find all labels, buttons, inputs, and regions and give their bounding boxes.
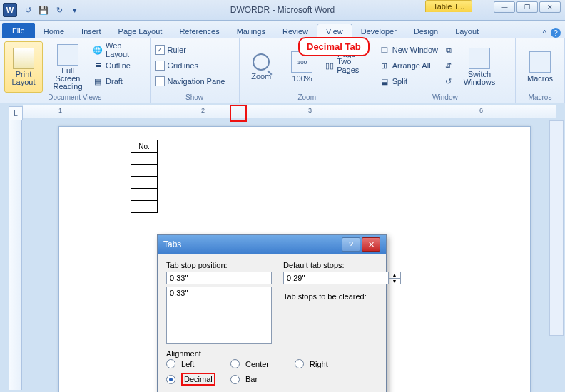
tab-references[interactable]: References — [170, 24, 228, 38]
tab-page-layout[interactable]: Page Layout — [110, 24, 171, 38]
dialog-body: Tab stop position: 0.33" Default tab sto… — [158, 254, 386, 392]
new-window-button[interactable]: ❏New Window — [380, 43, 438, 57]
table-cell[interactable] — [131, 177, 158, 189]
group-show: ✓Ruler Gridlines Navigation Pane Show — [151, 38, 240, 103]
dialog-close-button[interactable]: ✕ — [362, 237, 380, 252]
list-item[interactable]: 0.33" — [170, 289, 188, 297]
close-window-button[interactable]: ✕ — [539, 1, 561, 13]
switch-windows-button[interactable]: Switch Windows — [459, 41, 499, 93]
hundred-label: 100% — [292, 74, 312, 83]
default-tab-stops-label: Default tab stops: — [283, 261, 401, 269]
tab-file[interactable]: File — [2, 23, 35, 38]
document-table[interactable]: No. — [131, 140, 158, 213]
tab-developer[interactable]: Developer — [352, 24, 405, 38]
split-icon: ⬓ — [380, 76, 390, 86]
alignment-center-radio[interactable]: Center — [230, 359, 295, 368]
default-tab-stops-input[interactable] — [283, 272, 389, 284]
tab-selector-button[interactable]: L — [9, 106, 23, 120]
maximize-button[interactable]: ❐ — [516, 1, 538, 13]
view-sidebyside-button[interactable]: ⧉ — [444, 43, 454, 57]
callout-decimal-tab: Decimal Tab — [298, 37, 370, 56]
tab-layout[interactable]: Layout — [447, 24, 487, 38]
group-label-window: Window — [375, 93, 515, 101]
sync-scroll-button[interactable]: ⇵ — [444, 58, 454, 73]
help-icon[interactable]: ? — [551, 28, 561, 38]
web-layout-label: Web Layout — [106, 41, 145, 58]
dialog-help-button[interactable]: ? — [342, 237, 360, 252]
arrange-icon: ⊞ — [380, 61, 390, 71]
window-title: DWORDR - Microsoft Word — [0, 5, 565, 15]
minimize-ribbon-icon[interactable]: ^ — [543, 29, 546, 37]
arrange-all-label: Arrange All — [392, 61, 431, 70]
zoom-button[interactable]: Zoom — [244, 41, 279, 93]
alignment-section-label: Alignment — [166, 349, 377, 358]
table-cell[interactable] — [131, 165, 158, 177]
checkbox-icon — [155, 61, 165, 71]
qat-customize-icon[interactable]: ▾ — [68, 4, 81, 16]
outline-button[interactable]: ≣Outline — [93, 58, 145, 73]
zoom-label: Zoom — [251, 72, 271, 81]
web-layout-button[interactable]: 🌐Web Layout — [93, 43, 145, 57]
tab-view[interactable]: View — [317, 24, 352, 38]
tab-home[interactable]: Home — [35, 24, 73, 38]
nav-pane-checkbox[interactable]: Navigation Pane — [155, 74, 235, 88]
draft-button[interactable]: ▤Draft — [93, 74, 145, 88]
qat-redo-icon[interactable]: ↻ — [53, 4, 66, 16]
group-document-views: Print Layout Full Screen Reading 🌐Web La… — [0, 38, 151, 103]
ruler-checkbox[interactable]: ✓Ruler — [155, 43, 235, 57]
radio-icon — [295, 359, 304, 368]
ribbon: Print Layout Full Screen Reading 🌐Web La… — [0, 38, 565, 103]
radio-icon — [166, 375, 175, 384]
qat-undo-icon[interactable]: ↺ — [21, 4, 34, 16]
tab-insert[interactable]: Insert — [73, 24, 110, 38]
tab-stop-position-label: Tab stop position: — [166, 261, 272, 269]
ribbon-help-area: ^ ? — [543, 28, 561, 38]
qat-save-icon[interactable]: 💾 — [37, 4, 50, 16]
split-label: Split — [392, 77, 407, 86]
nav-pane-label: Navigation Pane — [168, 77, 225, 86]
reset-icon: ↺ — [444, 76, 454, 86]
print-layout-label: Print Layout — [6, 71, 41, 86]
macros-icon — [529, 51, 551, 73]
alignment-decimal-radio[interactable]: Decimal — [166, 373, 230, 386]
full-screen-label: Full Screen Reading — [51, 67, 85, 91]
print-layout-button[interactable]: Print Layout — [4, 41, 43, 93]
macros-button[interactable]: Macros — [520, 41, 560, 93]
horizontal-ruler[interactable]: 1 2 3 6 — [23, 105, 556, 118]
gridlines-label: Gridlines — [168, 61, 198, 70]
web-layout-icon: 🌐 — [93, 45, 103, 55]
vertical-ruler[interactable] — [9, 120, 22, 390]
table-cell[interactable] — [131, 201, 158, 213]
arrange-all-button[interactable]: ⊞Arrange All — [380, 58, 438, 73]
table-header-cell[interactable]: No. — [131, 140, 158, 153]
dialog-title-bar[interactable]: Tabs ? ✕ — [158, 235, 386, 254]
tab-mailings[interactable]: Mailings — [228, 24, 274, 38]
two-pages-button[interactable]: ▯▯Two Pages — [325, 58, 370, 73]
alignment-bar-radio[interactable]: Bar — [230, 373, 295, 386]
tab-stop-position-input[interactable] — [166, 272, 272, 284]
to-be-cleared-label: Tab stops to be cleared: — [283, 292, 401, 301]
spinner-down-icon[interactable]: ▼ — [389, 279, 400, 284]
table-cell[interactable] — [131, 189, 158, 201]
spinner-up-icon[interactable]: ▲ — [389, 272, 400, 279]
tab-design[interactable]: Design — [405, 24, 447, 38]
tab-review[interactable]: Review — [274, 24, 317, 38]
split-button[interactable]: ⬓Split — [380, 74, 438, 88]
radio-icon — [230, 359, 240, 368]
minimize-button[interactable]: — — [494, 1, 515, 13]
full-screen-reading-button[interactable]: Full Screen Reading — [49, 41, 87, 93]
checkbox-icon — [155, 76, 165, 86]
gridlines-checkbox[interactable]: Gridlines — [155, 58, 235, 73]
tab-stop-listbox[interactable]: 0.33" — [166, 287, 272, 344]
dialog-title: Tabs — [163, 239, 181, 249]
table-cell[interactable] — [131, 153, 158, 165]
two-pages-icon: ▯▯ — [325, 61, 334, 71]
contextual-tab-table[interactable]: Table T... — [425, 0, 472, 12]
alignment-left-radio[interactable]: LLefteft — [166, 359, 230, 368]
side-panel-strip[interactable] — [549, 120, 564, 336]
reset-window-button[interactable]: ↺ — [444, 74, 454, 88]
group-label-zoom: Zoom — [240, 93, 375, 101]
sidebyside-icon: ⧉ — [444, 45, 454, 55]
alignment-right-radio[interactable]: Right — [295, 359, 359, 368]
two-pages-label: Two Pages — [337, 57, 370, 74]
